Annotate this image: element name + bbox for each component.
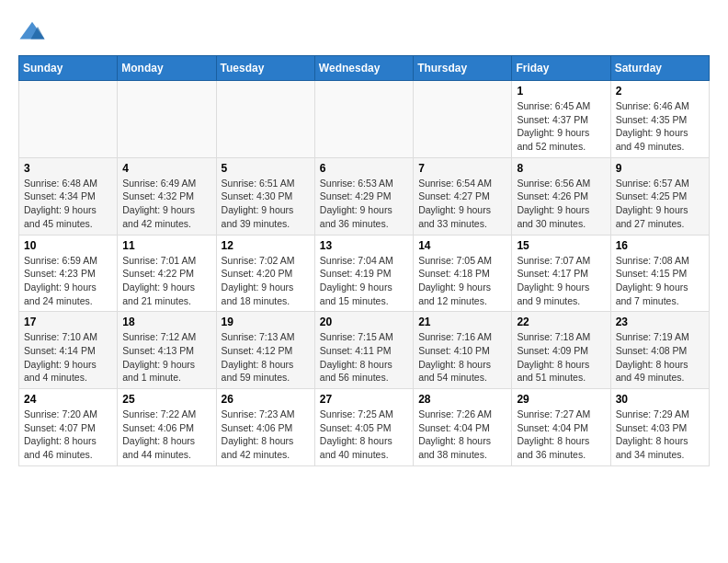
day-info: Sunrise: 7:10 AM Sunset: 4:14 PM Dayligh… <box>24 330 112 385</box>
day-number: 24 <box>24 393 112 406</box>
calendar-cell: 1Sunrise: 6:45 AM Sunset: 4:37 PM Daylig… <box>512 81 610 158</box>
logo-icon <box>18 18 46 46</box>
day-number: 15 <box>517 239 605 252</box>
day-number: 23 <box>616 316 704 328</box>
calendar-week-5: 24Sunrise: 7:20 AM Sunset: 4:07 PM Dayli… <box>19 389 710 466</box>
day-number: 14 <box>418 239 506 252</box>
calendar-header-row: SundayMondayTuesdayWednesdayThursdayFrid… <box>19 56 710 81</box>
day-info: Sunrise: 7:07 AM Sunset: 4:17 PM Dayligh… <box>517 254 605 308</box>
calendar-cell: 30Sunrise: 7:29 AM Sunset: 4:03 PM Dayli… <box>610 389 709 466</box>
calendar-cell: 24Sunrise: 7:20 AM Sunset: 4:07 PM Dayli… <box>19 389 118 466</box>
day-number: 16 <box>616 239 704 252</box>
calendar-week-1: 1Sunrise: 6:45 AM Sunset: 4:37 PM Daylig… <box>19 81 710 158</box>
day-number: 26 <box>222 393 310 406</box>
day-info: Sunrise: 6:46 AM Sunset: 4:35 PM Dayligh… <box>616 99 704 154</box>
day-number: 20 <box>320 316 408 328</box>
calendar-cell: 25Sunrise: 7:22 AM Sunset: 4:06 PM Dayli… <box>118 389 216 466</box>
calendar-cell: 29Sunrise: 7:27 AM Sunset: 4:04 PM Dayli… <box>512 389 610 466</box>
day-info: Sunrise: 6:48 AM Sunset: 4:34 PM Dayligh… <box>24 177 112 231</box>
day-number: 27 <box>320 393 408 406</box>
header <box>18 18 710 46</box>
day-info: Sunrise: 7:23 AM Sunset: 4:06 PM Dayligh… <box>222 408 310 462</box>
day-number: 25 <box>122 393 210 406</box>
day-number: 8 <box>517 162 605 175</box>
day-header-friday: Friday <box>512 56 610 81</box>
calendar-week-4: 17Sunrise: 7:10 AM Sunset: 4:14 PM Dayli… <box>19 312 710 389</box>
day-info: Sunrise: 7:01 AM Sunset: 4:22 PM Dayligh… <box>122 254 210 308</box>
day-info: Sunrise: 6:54 AM Sunset: 4:27 PM Dayligh… <box>418 177 506 231</box>
day-info: Sunrise: 7:25 AM Sunset: 4:05 PM Dayligh… <box>320 408 408 462</box>
day-number: 17 <box>24 316 112 328</box>
calendar-cell: 2Sunrise: 6:46 AM Sunset: 4:35 PM Daylig… <box>610 81 709 158</box>
day-info: Sunrise: 7:05 AM Sunset: 4:18 PM Dayligh… <box>418 254 506 308</box>
day-info: Sunrise: 7:16 AM Sunset: 4:10 PM Dayligh… <box>418 330 506 385</box>
calendar-cell: 26Sunrise: 7:23 AM Sunset: 4:06 PM Dayli… <box>216 389 314 466</box>
calendar-cell: 23Sunrise: 7:19 AM Sunset: 4:08 PM Dayli… <box>610 312 709 389</box>
day-info: Sunrise: 7:08 AM Sunset: 4:15 PM Dayligh… <box>616 254 704 308</box>
calendar-cell: 15Sunrise: 7:07 AM Sunset: 4:17 PM Dayli… <box>512 235 610 312</box>
day-info: Sunrise: 7:26 AM Sunset: 4:04 PM Dayligh… <box>418 408 506 462</box>
day-number: 10 <box>24 239 112 252</box>
day-info: Sunrise: 7:22 AM Sunset: 4:06 PM Dayligh… <box>122 408 210 462</box>
day-number: 9 <box>616 162 704 175</box>
day-number: 21 <box>418 316 506 328</box>
day-number: 5 <box>222 162 310 175</box>
calendar-cell: 7Sunrise: 6:54 AM Sunset: 4:27 PM Daylig… <box>414 157 512 235</box>
calendar-cell <box>216 81 314 158</box>
day-number: 7 <box>418 162 506 175</box>
day-number: 19 <box>222 316 310 328</box>
day-info: Sunrise: 6:53 AM Sunset: 4:29 PM Dayligh… <box>320 177 408 231</box>
day-info: Sunrise: 7:29 AM Sunset: 4:03 PM Dayligh… <box>616 408 704 462</box>
calendar-cell: 12Sunrise: 7:02 AM Sunset: 4:20 PM Dayli… <box>216 235 314 312</box>
logo <box>18 18 50 46</box>
day-number: 28 <box>418 393 506 406</box>
calendar-cell: 10Sunrise: 6:59 AM Sunset: 4:23 PM Dayli… <box>19 235 118 312</box>
calendar-week-3: 10Sunrise: 6:59 AM Sunset: 4:23 PM Dayli… <box>19 235 710 312</box>
calendar-cell <box>19 81 118 158</box>
calendar-cell: 5Sunrise: 6:51 AM Sunset: 4:30 PM Daylig… <box>216 157 314 235</box>
day-number: 22 <box>517 316 605 328</box>
calendar-table: SundayMondayTuesdayWednesdayThursdayFrid… <box>18 55 710 466</box>
calendar-week-2: 3Sunrise: 6:48 AM Sunset: 4:34 PM Daylig… <box>19 157 710 235</box>
day-info: Sunrise: 6:45 AM Sunset: 4:37 PM Dayligh… <box>517 99 605 154</box>
calendar-cell: 3Sunrise: 6:48 AM Sunset: 4:34 PM Daylig… <box>19 157 118 235</box>
day-number: 1 <box>517 85 605 98</box>
day-info: Sunrise: 6:56 AM Sunset: 4:26 PM Dayligh… <box>517 177 605 231</box>
calendar-cell: 6Sunrise: 6:53 AM Sunset: 4:29 PM Daylig… <box>314 157 413 235</box>
day-info: Sunrise: 7:12 AM Sunset: 4:13 PM Dayligh… <box>122 330 210 385</box>
calendar-cell: 21Sunrise: 7:16 AM Sunset: 4:10 PM Dayli… <box>414 312 512 389</box>
day-info: Sunrise: 7:04 AM Sunset: 4:19 PM Dayligh… <box>320 254 408 308</box>
day-info: Sunrise: 7:02 AM Sunset: 4:20 PM Dayligh… <box>222 254 310 308</box>
calendar-cell: 28Sunrise: 7:26 AM Sunset: 4:04 PM Dayli… <box>414 389 512 466</box>
day-number: 6 <box>320 162 408 175</box>
day-number: 4 <box>122 162 210 175</box>
day-header-monday: Monday <box>118 56 216 81</box>
day-header-thursday: Thursday <box>414 56 512 81</box>
day-info: Sunrise: 7:20 AM Sunset: 4:07 PM Dayligh… <box>24 408 112 462</box>
day-number: 11 <box>122 239 210 252</box>
day-info: Sunrise: 7:15 AM Sunset: 4:11 PM Dayligh… <box>320 330 408 385</box>
day-number: 29 <box>517 393 605 406</box>
day-header-tuesday: Tuesday <box>216 56 314 81</box>
day-info: Sunrise: 6:57 AM Sunset: 4:25 PM Dayligh… <box>616 177 704 231</box>
calendar-cell: 17Sunrise: 7:10 AM Sunset: 4:14 PM Dayli… <box>19 312 118 389</box>
day-info: Sunrise: 6:51 AM Sunset: 4:30 PM Dayligh… <box>222 177 310 231</box>
calendar-cell: 4Sunrise: 6:49 AM Sunset: 4:32 PM Daylig… <box>118 157 216 235</box>
day-number: 12 <box>222 239 310 252</box>
calendar-cell: 13Sunrise: 7:04 AM Sunset: 4:19 PM Dayli… <box>314 235 413 312</box>
calendar-cell <box>414 81 512 158</box>
calendar-cell: 9Sunrise: 6:57 AM Sunset: 4:25 PM Daylig… <box>610 157 709 235</box>
day-header-saturday: Saturday <box>610 56 709 81</box>
day-info: Sunrise: 7:13 AM Sunset: 4:12 PM Dayligh… <box>222 330 310 385</box>
day-number: 2 <box>616 85 704 98</box>
day-info: Sunrise: 7:27 AM Sunset: 4:04 PM Dayligh… <box>517 408 605 462</box>
day-number: 13 <box>320 239 408 252</box>
calendar-cell <box>314 81 413 158</box>
day-header-sunday: Sunday <box>19 56 118 81</box>
calendar-cell: 8Sunrise: 6:56 AM Sunset: 4:26 PM Daylig… <box>512 157 610 235</box>
calendar-cell: 11Sunrise: 7:01 AM Sunset: 4:22 PM Dayli… <box>118 235 216 312</box>
calendar-cell: 20Sunrise: 7:15 AM Sunset: 4:11 PM Dayli… <box>314 312 413 389</box>
calendar-cell: 14Sunrise: 7:05 AM Sunset: 4:18 PM Dayli… <box>414 235 512 312</box>
day-info: Sunrise: 6:49 AM Sunset: 4:32 PM Dayligh… <box>122 177 210 231</box>
day-header-wednesday: Wednesday <box>314 56 413 81</box>
